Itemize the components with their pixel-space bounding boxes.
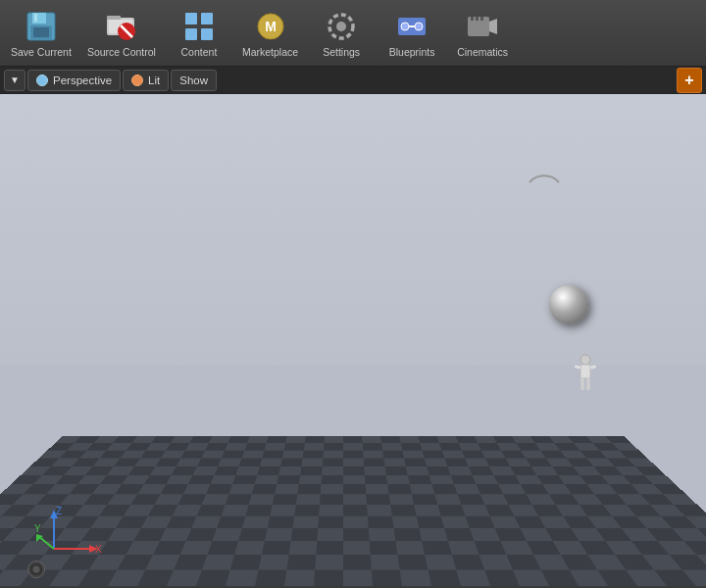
svg-rect-13 [201,28,213,40]
show-label: Show [179,74,208,86]
svg-text:Z: Z [56,506,62,516]
svg-point-19 [401,23,409,30]
source-control-label: Source Control [87,46,156,58]
svg-rect-2 [34,14,37,22]
cinematics-button[interactable]: Cinematics [448,3,517,64]
svg-rect-11 [201,13,213,24]
svg-point-20 [415,23,423,30]
crescent-shape [510,148,579,202]
lit-button[interactable]: Lit [123,70,169,91]
content-label: Content [181,46,218,58]
source-control-button[interactable]: Source Control [80,3,163,64]
svg-rect-10 [185,13,197,24]
save-current-label: Save Current [11,46,72,58]
svg-rect-24 [476,17,479,21]
svg-rect-35 [590,365,597,368]
svg-point-16 [336,22,346,31]
dropdown-arrow: ▼ [10,74,20,85]
svg-rect-32 [580,378,584,390]
svg-rect-4 [33,27,49,37]
settings-button[interactable]: Settings [307,3,376,64]
sphere-object [549,285,588,324]
add-icon: + [684,72,693,89]
fps-svg [28,561,44,578]
blueprints-icon [394,9,429,44]
settings-icon [324,9,359,44]
viewport-add-button[interactable]: + [677,68,702,93]
perspective-label: Perspective [53,74,112,86]
save-icon [24,9,59,44]
svg-point-46 [32,565,39,572]
viewport-nav-icon[interactable] [647,67,675,94]
fps-indicator [27,561,45,578]
blueprints-label: Blueprints [389,46,435,58]
main-toolbar: Save Current Source Control Con [0,0,706,67]
svg-rect-34 [575,365,581,368]
svg-text:M: M [265,19,277,34]
svg-text:Y: Y [34,523,41,534]
content-icon [181,9,217,44]
3d-viewport[interactable]: Z X Y [0,94,706,586]
viewport-toolbar: ▼ Perspective Lit Show + [0,67,706,94]
svg-rect-23 [471,17,474,21]
svg-rect-33 [586,378,590,390]
cinematics-icon [465,9,500,44]
axes-widget: Z X Y [34,505,113,559]
svg-text:X: X [95,544,102,555]
cinematics-label: Cinematics [457,46,508,58]
lit-dot [131,74,143,86]
svg-point-30 [580,355,590,365]
marketplace-label: Marketplace [242,46,298,58]
svg-rect-6 [107,16,121,20]
save-current-button[interactable]: Save Current [4,3,78,64]
svg-rect-12 [185,28,197,40]
svg-rect-25 [480,17,483,21]
marketplace-button[interactable]: M Marketplace [235,3,305,64]
lit-label: Lit [148,74,160,86]
content-button[interactable]: Content [165,3,233,64]
perspective-button[interactable]: Perspective [27,70,121,91]
show-button[interactable]: Show [171,70,217,91]
char-svg [571,354,600,395]
settings-label: Settings [323,46,360,58]
perspective-dot [36,74,48,86]
marketplace-icon: M [253,9,288,44]
character-object [571,354,596,391]
svg-marker-22 [489,19,497,34]
svg-rect-31 [580,365,590,378]
source-control-icon [104,9,139,44]
blueprints-button[interactable]: Blueprints [378,3,446,64]
viewport-dropdown[interactable]: ▼ [4,70,25,91]
